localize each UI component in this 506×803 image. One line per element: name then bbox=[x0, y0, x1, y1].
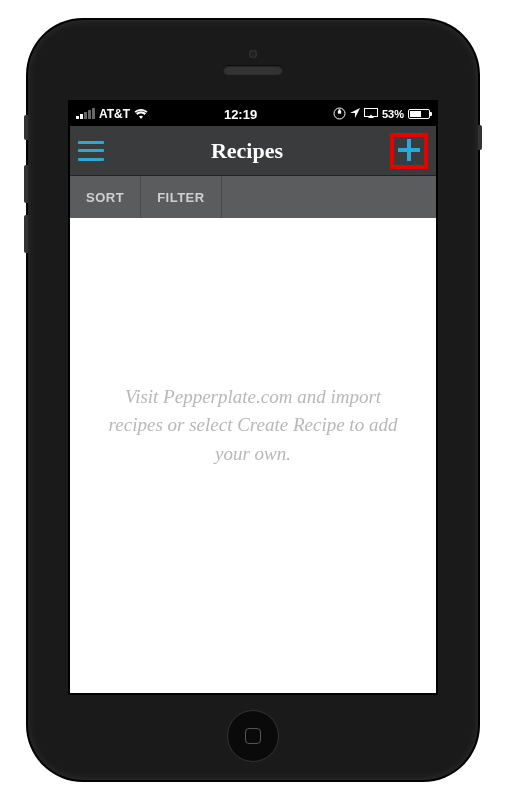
location-icon bbox=[350, 108, 360, 120]
phone-frame: AT&T 12:19 53% bbox=[28, 20, 478, 780]
plus-icon bbox=[398, 139, 420, 161]
home-icon bbox=[245, 728, 261, 744]
mute-switch bbox=[24, 115, 28, 140]
screen: AT&T 12:19 53% bbox=[68, 100, 438, 695]
front-camera bbox=[249, 50, 257, 58]
status-right: 53% bbox=[333, 107, 430, 122]
battery-percent: 53% bbox=[382, 108, 404, 120]
filter-bar: SORT FILTER bbox=[70, 176, 436, 218]
carrier-label: AT&T bbox=[99, 107, 130, 121]
signal-icon bbox=[76, 109, 95, 119]
status-bar: AT&T 12:19 53% bbox=[70, 102, 436, 126]
airplay-icon bbox=[364, 108, 378, 120]
page-title: Recipes bbox=[211, 138, 283, 164]
status-left: AT&T bbox=[76, 107, 148, 121]
status-time: 12:19 bbox=[148, 107, 333, 122]
main-content: Visit Pepperplate.com and import recipes… bbox=[70, 218, 436, 693]
volume-up bbox=[24, 165, 28, 203]
hamburger-icon bbox=[78, 141, 104, 144]
earpiece-speaker bbox=[223, 65, 283, 75]
sort-button[interactable]: SORT bbox=[70, 176, 141, 218]
add-button[interactable] bbox=[398, 139, 420, 163]
battery-icon bbox=[408, 109, 430, 119]
nav-bar: Recipes bbox=[70, 126, 436, 176]
add-button-highlight bbox=[390, 133, 428, 169]
power-button bbox=[478, 125, 482, 150]
orientation-lock-icon bbox=[333, 107, 346, 122]
menu-button[interactable] bbox=[78, 141, 104, 161]
filter-button[interactable]: FILTER bbox=[141, 176, 222, 218]
volume-down bbox=[24, 215, 28, 253]
empty-state-message: Visit Pepperplate.com and import recipes… bbox=[100, 383, 406, 469]
wifi-icon bbox=[134, 109, 148, 119]
home-button[interactable] bbox=[227, 710, 279, 762]
